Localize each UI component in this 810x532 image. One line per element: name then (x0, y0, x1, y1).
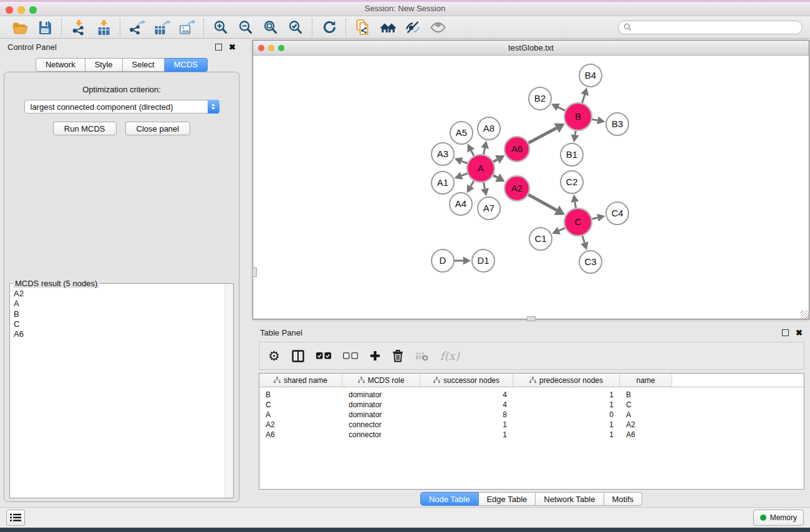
export-network-button[interactable] (125, 18, 150, 37)
add-column-button[interactable] (370, 351, 380, 361)
tab-edge-table[interactable]: Edge Table (478, 492, 536, 506)
graph-edge[interactable] (493, 175, 498, 178)
export-table-button[interactable] (150, 18, 175, 37)
graph-node-A7[interactable]: A7 (478, 197, 500, 220)
graph-node-A3[interactable]: A3 (432, 143, 454, 165)
hide-graphics-button[interactable] (400, 18, 425, 37)
open-session-button[interactable] (7, 18, 32, 37)
zoom-selected-button[interactable] (283, 18, 308, 37)
graph-node-B1[interactable]: B1 (561, 143, 583, 166)
close-network-window-button[interactable] (258, 45, 264, 51)
graph-edge[interactable] (558, 107, 566, 111)
import-table-button[interactable] (91, 18, 116, 37)
graph-edge[interactable] (575, 202, 576, 208)
graph-edge[interactable] (559, 228, 566, 231)
close-panel-icon[interactable]: ✖ (229, 43, 236, 51)
network-canvas[interactable]: B4B2BB3A8A5A6A3B1AA1C2A2A4A7C4CC1C3DD1 (253, 56, 809, 318)
home-views-button[interactable] (375, 18, 400, 37)
column-header-shared-name[interactable]: shared name (259, 374, 342, 387)
graph-edge[interactable] (483, 182, 485, 189)
graph-node-C3[interactable]: C3 (579, 251, 602, 273)
import-network-button[interactable] (66, 18, 91, 37)
graph-edge[interactable] (528, 195, 557, 211)
minimize-window-button[interactable] (17, 6, 25, 14)
resize-grip[interactable] (801, 311, 809, 319)
tab-node-table[interactable]: Node Table (420, 492, 479, 506)
run-mcds-button[interactable]: Run MCDS (53, 122, 117, 135)
graph-node-A5[interactable]: A5 (450, 122, 473, 144)
select-all-button[interactable] (316, 352, 331, 359)
graph-edge[interactable] (461, 173, 468, 176)
memory-button[interactable]: Memory (753, 510, 804, 526)
save-session-button[interactable] (32, 18, 57, 37)
search-input[interactable] (635, 22, 797, 32)
column-header-successor-nodes[interactable]: successor nodes (420, 374, 513, 387)
graph-node-C1[interactable]: C1 (529, 228, 552, 250)
tab-motifs[interactable]: Motifs (604, 492, 642, 506)
graph-node-A1[interactable]: A1 (432, 172, 454, 194)
graph-node-B[interactable]: B (564, 103, 592, 130)
show-graphics-button[interactable] (425, 18, 450, 37)
graph-node-A4[interactable]: A4 (450, 193, 472, 215)
zoom-out-button[interactable] (233, 18, 258, 37)
graph-node-D[interactable]: D (432, 249, 454, 272)
result-scrollbar[interactable] (224, 284, 233, 498)
column-header-name[interactable]: name (620, 374, 672, 387)
graph-edge[interactable] (591, 218, 597, 219)
close-window-button[interactable] (6, 6, 13, 14)
graph-node-B2[interactable]: B2 (529, 87, 551, 110)
refresh-view-button[interactable] (317, 18, 342, 37)
tab-select[interactable]: Select (123, 58, 165, 72)
graph-edge[interactable] (483, 148, 485, 155)
table-row[interactable]: A2connector11A2 (259, 420, 804, 430)
column-header-predecessor-nodes[interactable]: predecessor nodes (513, 374, 620, 387)
table-row[interactable]: Adominator80A (259, 410, 804, 420)
zoom-fit-button[interactable] (258, 18, 283, 37)
table-settings-button[interactable]: ⚙ (268, 349, 280, 362)
graph-edge[interactable] (471, 150, 474, 156)
graph-node-A8[interactable]: A8 (478, 117, 500, 140)
zoom-in-button[interactable] (208, 18, 233, 37)
tab-network-table[interactable]: Network Table (536, 492, 604, 506)
clone-network-button[interactable] (350, 18, 375, 37)
vertical-scroll-thumb[interactable] (252, 268, 257, 277)
graph-node-A[interactable]: A (467, 155, 494, 182)
table-row[interactable]: Cdominator41C (259, 400, 804, 410)
graph-node-A6[interactable]: A6 (504, 137, 529, 162)
graph-node-C2[interactable]: C2 (561, 171, 583, 193)
export-image-button[interactable] (175, 18, 200, 37)
graph-edge[interactable] (582, 95, 584, 104)
graph-node-D1[interactable]: D1 (472, 249, 494, 272)
horizontal-scroll-thumb[interactable] (527, 316, 536, 321)
tab-style[interactable]: Style (85, 58, 123, 72)
close-table-panel-icon[interactable]: ✖ (796, 329, 803, 337)
graph-node-C4[interactable]: C4 (606, 202, 629, 225)
column-header-MCDS-role[interactable]: MCDS role (342, 374, 420, 387)
zoom-network-window-button[interactable] (278, 45, 284, 51)
tab-network[interactable]: Network (36, 58, 85, 72)
graph-edge[interactable] (582, 235, 585, 243)
table-row[interactable]: A6connector11A6 (259, 430, 804, 440)
table-row[interactable]: Bdominator41B (259, 390, 804, 400)
close-panel-button[interactable]: Close panel (125, 122, 191, 135)
delete-column-button[interactable] (392, 349, 403, 362)
deselect-all-button[interactable] (343, 352, 358, 359)
delete-table-button[interactable] (415, 351, 428, 361)
graph-node-B4[interactable]: B4 (579, 64, 602, 87)
graph-edge[interactable] (592, 119, 598, 120)
function-builder-button[interactable]: f(x) (440, 349, 460, 362)
zoom-window-button[interactable] (29, 6, 37, 14)
task-history-button[interactable] (6, 510, 25, 526)
graph-edge[interactable] (471, 180, 474, 186)
minimize-network-window-button[interactable] (268, 45, 274, 51)
select-columns-button[interactable] (292, 350, 304, 362)
criterion-select[interactable]: largest connected component (directed) (24, 100, 219, 114)
tab-mcds[interactable]: MCDS (165, 58, 208, 72)
graph-node-B3[interactable]: B3 (606, 113, 629, 135)
float-table-panel-icon[interactable] (782, 329, 789, 336)
graph-node-A2[interactable]: A2 (504, 176, 529, 201)
graph-edge[interactable] (461, 161, 468, 163)
graph-edge[interactable] (528, 128, 557, 143)
float-panel-icon[interactable] (215, 44, 222, 51)
graph-node-C[interactable]: C (564, 208, 592, 236)
